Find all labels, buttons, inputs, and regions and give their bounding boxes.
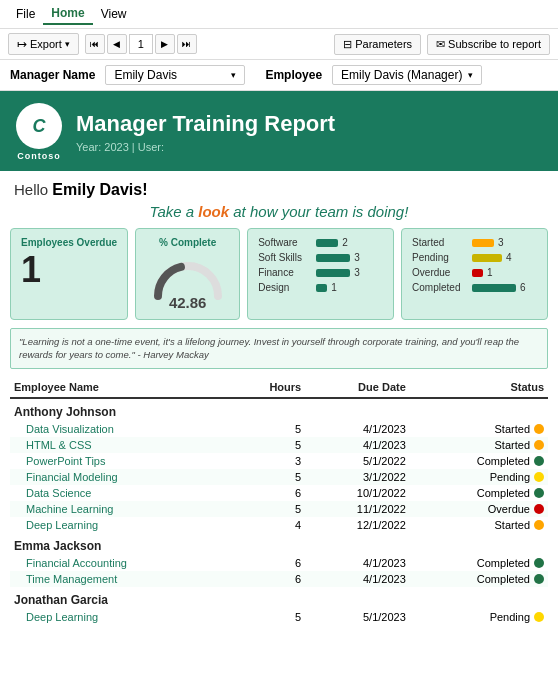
course-status-cell: Completed — [410, 571, 548, 587]
manager-select[interactable]: Emily Davis ▾ — [105, 65, 245, 85]
nav-first-button[interactable]: ⏮ — [85, 34, 105, 54]
tagline-post: at how your team is doing! — [229, 203, 408, 220]
employee-label: Employee — [265, 68, 322, 82]
course-hours: 5 — [232, 469, 305, 485]
course-hours: 3 — [232, 453, 305, 469]
table-row: Data Science 6 10/1/2022 Completed — [10, 485, 548, 501]
logo-area: C Contoso — [16, 103, 62, 161]
course-hours: 5 — [232, 421, 305, 437]
page-number: 1 — [129, 34, 153, 54]
course-name[interactable]: Data Science — [10, 485, 232, 501]
greeting-text: Hello — [14, 181, 52, 198]
nav-prev-button[interactable]: ◀ — [107, 34, 127, 54]
manager-label: Manager Name — [10, 68, 95, 82]
percent-card: % Complete 42.86 — [135, 228, 240, 320]
course-due: 4/1/2023 — [305, 555, 410, 571]
course-name[interactable]: Financial Accounting — [10, 555, 232, 571]
table-row: PowerPoint Tips 3 5/1/2022 Completed — [10, 453, 548, 469]
course-name[interactable]: Time Management — [10, 571, 232, 587]
status-row-1: Pending 4 — [412, 252, 537, 263]
course-hours: 6 — [232, 555, 305, 571]
course-due: 12/1/2022 — [305, 517, 410, 533]
course-status-text: Pending — [490, 471, 530, 483]
cat-row-2: Finance 3 — [258, 267, 383, 278]
cat-count-2: 3 — [354, 267, 360, 278]
export-button[interactable]: ↦ Export ▾ — [8, 33, 79, 55]
course-hours: 5 — [232, 609, 305, 625]
table-row: Time Management 6 4/1/2023 Completed — [10, 571, 548, 587]
course-status-cell: Completed — [410, 453, 548, 469]
status-name-1: Pending — [412, 252, 468, 263]
course-hours: 6 — [232, 571, 305, 587]
page-nav: ⏮ ◀ 1 ▶ ⏭ — [85, 34, 197, 54]
table-row: Deep Learning 4 12/1/2022 Started — [10, 517, 548, 533]
menu-view[interactable]: View — [93, 4, 135, 24]
status-indicator — [534, 612, 544, 622]
course-name[interactable]: PowerPoint Tips — [10, 453, 232, 469]
course-status-text: Overdue — [488, 503, 530, 515]
course-hours: 5 — [232, 501, 305, 517]
table-row: HTML & CSS 5 4/1/2023 Started — [10, 437, 548, 453]
menu-home[interactable]: Home — [43, 3, 92, 25]
category-card: Software 2 Soft Skills 3 Finance 3 Desig… — [247, 228, 394, 320]
manager-value: Emily Davis — [114, 68, 177, 82]
toolbar: ↦ Export ▾ ⏮ ◀ 1 ▶ ⏭ ⊟ Parameters ✉ Subs… — [0, 29, 558, 60]
status-row-3: Completed 6 — [412, 282, 537, 293]
report-subtitle: Year: 2023 | User: — [76, 141, 335, 153]
employee-value: Emily Davis (Manager) — [341, 68, 462, 82]
col-status: Status — [410, 377, 548, 398]
nav-next-button[interactable]: ▶ — [155, 34, 175, 54]
course-status-cell: Started — [410, 517, 548, 533]
course-name[interactable]: Deep Learning — [10, 517, 232, 533]
status-indicator — [534, 574, 544, 584]
course-name[interactable]: Deep Learning — [10, 609, 232, 625]
cat-bar-1 — [316, 254, 350, 262]
export-icon: ↦ — [17, 37, 27, 51]
course-name[interactable]: Machine Learning — [10, 501, 232, 517]
status-name-0: Started — [412, 237, 468, 248]
status-indicator — [534, 520, 544, 530]
filter-icon: ⊟ — [343, 38, 352, 51]
col-hours: Hours — [232, 377, 305, 398]
employee-row: Emma Jackson — [10, 533, 548, 555]
course-due: 3/1/2022 — [305, 469, 410, 485]
status-indicator — [534, 488, 544, 498]
employee-chevron-icon: ▾ — [468, 70, 473, 80]
manager-chevron-icon: ▾ — [231, 70, 236, 80]
employee-select[interactable]: Emily Davis (Manager) ▾ — [332, 65, 482, 85]
course-status-cell: Started — [410, 437, 548, 453]
tagline: Take a look at how your team is doing! — [0, 201, 558, 228]
course-status-text: Pending — [490, 611, 530, 623]
params-row: Manager Name Emily Davis ▾ Employee Emil… — [0, 60, 558, 91]
course-status-text: Completed — [477, 487, 530, 499]
employee-name: Jonathan Garcia — [10, 587, 548, 609]
course-name[interactable]: Financial Modeling — [10, 469, 232, 485]
parameters-button[interactable]: ⊟ Parameters — [334, 34, 421, 55]
report-title-area: Manager Training Report Year: 2023 | Use… — [76, 111, 335, 153]
status-indicator — [534, 424, 544, 434]
course-status-cell: Completed — [410, 555, 548, 571]
table-row: Machine Learning 5 11/1/2022 Overdue — [10, 501, 548, 517]
course-due: 10/1/2022 — [305, 485, 410, 501]
status-indicator — [534, 558, 544, 568]
status-row-2: Overdue 1 — [412, 267, 537, 278]
menu-file[interactable]: File — [8, 4, 43, 24]
course-status-text: Completed — [477, 573, 530, 585]
employee-row: Jonathan Garcia — [10, 587, 548, 609]
status-bar-2 — [472, 269, 483, 277]
status-indicator — [534, 456, 544, 466]
hello-section: Hello Emily Davis! — [0, 171, 558, 201]
status-row-0: Started 3 — [412, 237, 537, 248]
cat-bar-0 — [316, 239, 338, 247]
course-name[interactable]: Data Visualization — [10, 421, 232, 437]
course-hours: 6 — [232, 485, 305, 501]
subscribe-button[interactable]: ✉ Subscribe to report — [427, 34, 550, 55]
course-due: 4/1/2023 — [305, 437, 410, 453]
status-indicator — [534, 504, 544, 514]
nav-last-button[interactable]: ⏭ — [177, 34, 197, 54]
parameters-label: Parameters — [355, 38, 412, 50]
cat-name-1: Soft Skills — [258, 252, 312, 263]
table-wrap: Employee Name Hours Due Date Status Anth… — [0, 377, 558, 625]
course-due: 5/1/2022 — [305, 453, 410, 469]
course-name[interactable]: HTML & CSS — [10, 437, 232, 453]
